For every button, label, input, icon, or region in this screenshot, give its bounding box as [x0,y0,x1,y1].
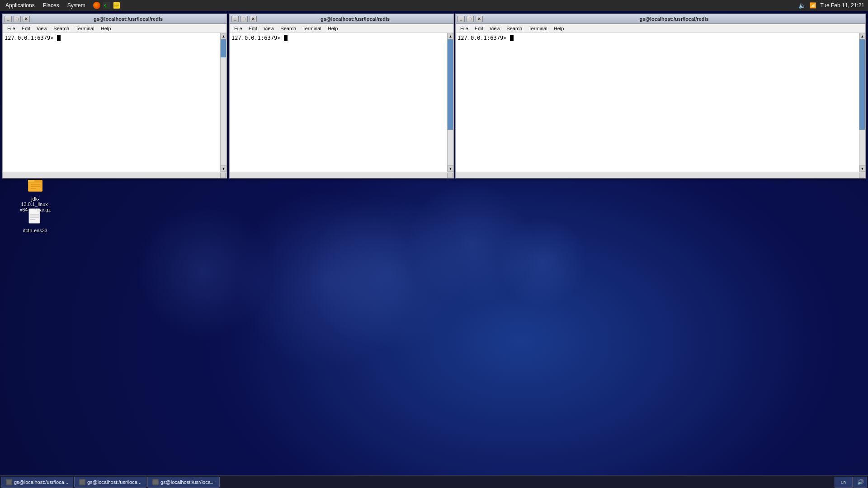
term1-file[interactable]: File [5,25,18,32]
menu-applications[interactable]: Applications [2,1,38,9]
taskbar-icon-1 [6,479,12,485]
term2-search[interactable]: Search [278,25,299,32]
close-btn-1[interactable]: ✕ [23,16,30,22]
terminal-menubar-2: File Edit View Search Terminal Help [230,24,453,33]
taskbar-btn-1[interactable]: gs@localhost:/usr/loca... [1,477,73,488]
scrollbar-track-2[interactable] [448,39,453,165]
minimize-btn-3[interactable]: _ [458,16,465,22]
terminal-body-3[interactable]: 127.0.0.1:6379> ▲ ▼ [456,33,865,172]
term3-search[interactable]: Search [504,25,525,32]
minimize-btn-1[interactable]: _ [5,16,12,22]
terminal-titlebar-2: _ □ ✕ gs@localhost:/usr/local/redis [230,14,453,24]
term1-help[interactable]: Help [98,25,114,32]
terminal-body-2[interactable]: 127.0.0.1:6379> ▲ ▼ [230,33,453,172]
terminal-body-1[interactable]: 127.0.0.1:6379> ▲ ▼ [3,33,226,172]
terminal-window-2: _ □ ✕ gs@localhost:/usr/local/redis File… [229,14,454,178]
scrollbar-thumb-2[interactable] [448,39,453,130]
svg-rect-7 [28,180,34,182]
ifcfh-file-icon [26,208,44,226]
cursor-3 [510,35,514,41]
terminal-footer-3 [456,172,865,178]
term2-view[interactable]: View [261,25,277,32]
svg-rect-19 [7,480,11,484]
menu-places[interactable]: Places [39,1,63,9]
term3-view[interactable]: View [487,25,503,32]
close-btn-2[interactable]: ✕ [250,16,257,22]
term2-file[interactable]: File [231,25,245,32]
scrollbar-down-3[interactable]: ▼ [859,165,866,172]
keyboard-label: EN [841,480,847,484]
term1-search[interactable]: Search [51,25,72,32]
maximize-btn-1[interactable]: □ [14,16,21,22]
terminal-prompt-2: 127.0.0.1:6379> [231,35,284,41]
terminal-title-2: gs@localhost:/usr/local/redis [259,16,452,22]
term3-file[interactable]: File [458,25,471,32]
sound-indicator[interactable]: 🔊 [854,477,867,488]
taskbar-btn-3[interactable]: gs@localhost:/usr/loca... [147,477,220,488]
terminal-launcher-icon[interactable]: $_ [103,1,111,9]
text-editor-icon[interactable] [113,1,121,9]
menu-system[interactable]: System [64,1,89,9]
maximize-btn-3[interactable]: □ [467,16,474,22]
term2-terminal[interactable]: Terminal [300,25,324,32]
sound-icon: 🔊 [857,479,864,485]
resize-handle-2[interactable] [447,173,453,178]
taskbar-btn-2[interactable]: gs@localhost:/usr/loca... [74,477,146,488]
scrollbar-up-1[interactable]: ▲ [221,33,227,39]
taskbar-icon-3 [152,479,159,485]
taskbar-label-1: gs@localhost:/usr/loca... [14,479,68,485]
scrollbar-up-2[interactable]: ▲ [448,33,454,39]
firefox-icon[interactable] [93,1,101,9]
scrollbar-thumb-3[interactable] [859,39,865,130]
terminal-window-3: _ □ ✕ gs@localhost:/usr/local/redis File… [455,14,866,178]
svg-rect-20 [80,480,85,484]
resize-handle-3[interactable] [859,173,864,178]
desktop-icon-ifcfh[interactable]: ifcfh-ens33 [17,208,53,233]
ifcfh-icon-label: ifcfh-ens33 [23,228,47,233]
scrollbar-down-1[interactable]: ▼ [221,165,227,172]
minimize-btn-2[interactable]: _ [231,16,239,22]
terminal-footer-2 [230,172,453,178]
scrollbar-2[interactable]: ▲ ▼ [447,33,453,172]
term3-terminal[interactable]: Terminal [526,25,550,32]
term2-edit[interactable]: Edit [246,25,260,32]
scrollbar-3[interactable]: ▲ ▼ [859,33,865,172]
terminal-window-1: _ □ ✕ gs@localhost:/usr/local/redis File… [2,14,227,178]
desktop-icon-jdk[interactable]: jdk-13.0.1_linux-x64_bin.tar.gz [17,176,53,212]
taskbar-label-3: gs@localhost:/usr/loca... [160,479,215,485]
terminal-content-2[interactable]: 127.0.0.1:6379> [230,33,447,172]
cursor-1 [57,35,61,41]
maximize-btn-2[interactable]: □ [241,16,248,22]
resize-handle-1[interactable] [220,173,226,178]
svg-rect-21 [153,480,158,484]
terminal-content-3[interactable]: 127.0.0.1:6379> [456,33,859,172]
terminal-title-1: gs@localhost:/usr/local/redis [32,16,225,22]
volume-icon[interactable]: 🔈 [798,2,806,9]
system-tray: 🔈 📶 Tue Feb 11, 21:21 [798,2,868,9]
term1-edit[interactable]: Edit [19,25,33,32]
term1-view[interactable]: View [34,25,50,32]
network-icon[interactable]: 📶 [810,2,816,9]
term3-edit[interactable]: Edit [472,25,486,32]
term2-help[interactable]: Help [325,25,341,32]
scrollbar-down-2[interactable]: ▼ [448,165,454,172]
scrollbar-track-1[interactable] [221,39,226,165]
scrollbar-track-3[interactable] [859,39,865,165]
terminal-titlebar-3: _ □ ✕ gs@localhost:/usr/local/redis [456,14,865,24]
clock: Tue Feb 11, 21:21 [820,2,864,9]
terminal-content-1[interactable]: 127.0.0.1:6379> [3,33,220,172]
close-btn-3[interactable]: ✕ [476,16,483,22]
jdk-file-icon [26,176,44,194]
taskbar-top: Applications Places System $_ 🔈 [0,0,868,11]
terminal-prompt-3: 127.0.0.1:6379> [458,35,510,41]
top-menu: Applications Places System [0,1,89,9]
term1-terminal[interactable]: Terminal [73,25,97,32]
taskbar-icon-2 [79,479,85,485]
scrollbar-thumb-1[interactable] [221,39,226,57]
scrollbar-1[interactable]: ▲ ▼ [220,33,226,172]
app-icons: $_ [89,1,121,9]
scrollbar-up-3[interactable]: ▲ [859,33,866,39]
svg-text:$_: $_ [104,4,109,8]
keyboard-indicator: EN [835,477,853,488]
term3-help[interactable]: Help [551,25,567,32]
